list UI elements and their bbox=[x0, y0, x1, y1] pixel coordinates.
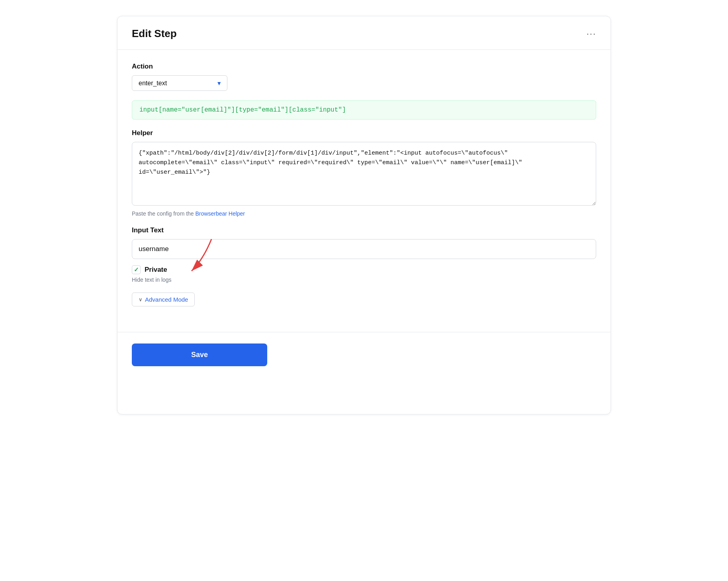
action-label: Action bbox=[132, 63, 596, 71]
private-checkbox[interactable]: ✓ bbox=[132, 265, 141, 274]
panel-header: Edit Step ··· bbox=[117, 16, 611, 50]
input-text-field[interactable] bbox=[132, 239, 596, 259]
browserbear-helper-link[interactable]: Browserbear Helper bbox=[196, 210, 245, 217]
input-text-label: Input Text bbox=[132, 226, 596, 234]
advanced-mode-label: Advanced Mode bbox=[145, 296, 188, 303]
edit-step-panel: Edit Step ··· Action enter_text click na… bbox=[117, 16, 611, 414]
private-row: ✓ Private bbox=[132, 265, 596, 274]
input-text-section bbox=[132, 239, 596, 265]
panel-footer: Save bbox=[117, 332, 611, 377]
action-select-wrapper: enter_text click navigate wait ▼ bbox=[132, 75, 227, 91]
hide-text-hint: Hide text in logs bbox=[132, 277, 596, 283]
chevron-down-icon: ∨ bbox=[139, 296, 143, 302]
check-icon: ✓ bbox=[134, 266, 139, 273]
helper-textarea[interactable]: {"xpath":"/html/body/div[2]/div/div[2]/f… bbox=[132, 142, 596, 206]
private-label: Private bbox=[145, 266, 167, 274]
helper-hint: Paste the config from the Browserbear He… bbox=[132, 210, 596, 217]
more-options-button[interactable]: ··· bbox=[587, 29, 596, 39]
save-button[interactable]: Save bbox=[132, 343, 267, 366]
page-title: Edit Step bbox=[132, 27, 177, 40]
helper-label: Helper bbox=[132, 129, 596, 137]
panel-body: Action enter_text click navigate wait ▼ … bbox=[117, 50, 611, 332]
selector-bar: input[name="user[email]"][type="email"][… bbox=[132, 100, 596, 120]
advanced-mode-button[interactable]: ∨ Advanced Mode bbox=[132, 292, 195, 306]
action-select[interactable]: enter_text click navigate wait bbox=[132, 75, 227, 91]
